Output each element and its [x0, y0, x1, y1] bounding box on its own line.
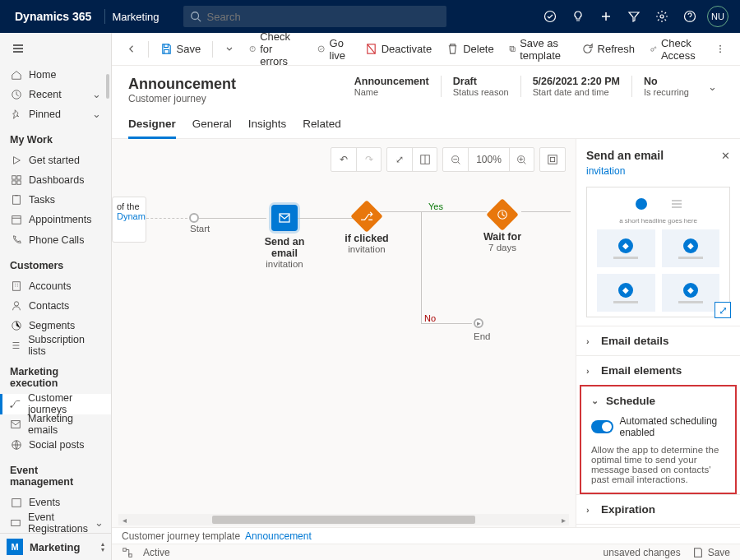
- sidebar-item-dashboards[interactable]: Dashboards: [0, 170, 111, 190]
- sidebar-item-tasks[interactable]: Tasks: [0, 190, 111, 210]
- close-icon[interactable]: ✕: [721, 150, 730, 162]
- svg-rect-19: [12, 520, 21, 525]
- overflow-button[interactable]: [709, 37, 732, 62]
- deactivate-button[interactable]: Deactivate: [358, 37, 438, 62]
- yes-label: Yes: [428, 201, 443, 211]
- tab-insights[interactable]: Insights: [248, 118, 287, 138]
- expand-preview-icon[interactable]: ⤢: [715, 302, 731, 318]
- user-avatar[interactable]: NU: [704, 0, 732, 33]
- global-search[interactable]: [183, 6, 446, 27]
- template-link[interactable]: Announcement: [245, 530, 312, 542]
- zoom-in-button[interactable]: [509, 148, 534, 171]
- unsaved-label: unsaved changes: [604, 547, 681, 558]
- svg-point-28: [719, 51, 721, 53]
- sidebar-item-journeys[interactable]: Customer journeys: [0, 394, 111, 414]
- email-tile[interactable]: Send an emailinvitation: [252, 205, 317, 269]
- wait-tile[interactable]: Wait for7 days: [474, 203, 531, 252]
- back-button[interactable]: [120, 37, 143, 62]
- email-link[interactable]: invitation: [576, 165, 740, 183]
- journey-icon: [10, 398, 21, 410]
- zoom-level[interactable]: 100%: [468, 148, 509, 171]
- svg-rect-11: [12, 216, 21, 224]
- chevron-down-icon: ⌄: [92, 108, 101, 120]
- sidebar-item-segments[interactable]: Segments: [0, 316, 111, 336]
- acc-elements[interactable]: ›Email elements: [576, 355, 740, 385]
- app-name[interactable]: Marketing: [112, 11, 159, 23]
- filter-icon[interactable]: [620, 0, 648, 33]
- sidebar-item-phonecalls[interactable]: Phone Calls: [0, 229, 111, 249]
- globe-icon: [10, 439, 22, 451]
- search-icon: [190, 11, 201, 22]
- assistant-icon[interactable]: [536, 0, 564, 33]
- acc-schedule[interactable]: ⌄Schedule Automated scheduling enabled A…: [580, 385, 737, 494]
- sidebar-item-appointments[interactable]: Appointments: [0, 210, 111, 229]
- svg-rect-12: [12, 281, 20, 290]
- brand[interactable]: Dynamics 365: [8, 10, 98, 23]
- save-button[interactable]: Save: [154, 37, 208, 62]
- sidebar-item-pinned[interactable]: Pinned⌄: [0, 104, 111, 124]
- schedule-toggle[interactable]: [591, 420, 613, 433]
- header-expand[interactable]: ⌄: [701, 76, 724, 93]
- truncated-tile[interactable]: of theDynam: [112, 197, 146, 243]
- help-icon[interactable]: [676, 0, 704, 33]
- sidebar-item-sublists[interactable]: Subscription lists: [0, 336, 111, 356]
- sidebar-item-memails[interactable]: Marketing emails: [0, 414, 111, 435]
- tab-related[interactable]: Related: [303, 118, 341, 138]
- home-icon: [10, 68, 22, 81]
- acc-details[interactable]: ›Email details: [576, 326, 740, 355]
- sidebar-item-home[interactable]: Home: [0, 65, 111, 85]
- svg-rect-24: [511, 48, 515, 52]
- undo-button[interactable]: ↶: [331, 148, 356, 171]
- mail-icon: [10, 419, 21, 431]
- refresh-button[interactable]: Refresh: [575, 37, 642, 62]
- sidebar-item-social[interactable]: Social posts: [0, 435, 111, 455]
- zoom-out-button[interactable]: [443, 148, 468, 171]
- sidebar-item-events[interactable]: Events: [0, 493, 111, 512]
- svg-point-21: [318, 46, 324, 52]
- sidebar-item-accounts[interactable]: Accounts: [0, 276, 111, 296]
- footer-save-button[interactable]: Save: [692, 547, 730, 558]
- check-errors-button[interactable]: Check for errors: [243, 37, 309, 62]
- area-switcher[interactable]: M Marketing ▴▾: [0, 533, 111, 560]
- save-template-button[interactable]: Save as template: [502, 37, 573, 62]
- end-node[interactable]: [474, 318, 483, 328]
- svg-rect-36: [123, 548, 127, 551]
- updown-icon: ▴▾: [101, 541, 104, 553]
- sidebar-item-getstarted[interactable]: Get started: [0, 150, 111, 170]
- svg-rect-6: [12, 176, 15, 179]
- go-live-button[interactable]: Go live: [311, 37, 357, 62]
- tab-designer[interactable]: Designer: [128, 118, 176, 139]
- hamburger-button[interactable]: [0, 33, 111, 65]
- settings-icon[interactable]: [648, 0, 676, 33]
- sidebar-item-contacts[interactable]: Contacts: [0, 296, 111, 316]
- sidebar-item-eventreg[interactable]: Event Registrations⌄: [0, 512, 111, 533]
- search-input[interactable]: [206, 11, 440, 23]
- template-bar: Customer journey template Announcement: [112, 527, 740, 544]
- panel-title: Send an email: [586, 149, 664, 162]
- sidebar-item-recent[interactable]: Recent⌄: [0, 85, 111, 104]
- fit-button[interactable]: [540, 148, 565, 171]
- svg-point-3: [660, 15, 664, 18]
- flow-icon[interactable]: [122, 547, 133, 558]
- svg-point-27: [719, 49, 721, 50]
- expand-button[interactable]: ⤢: [387, 148, 412, 171]
- acc-expiration[interactable]: ›Expiration: [576, 494, 740, 524]
- lightbulb-icon[interactable]: [564, 0, 592, 33]
- pin-icon: [10, 108, 22, 120]
- tab-general[interactable]: General: [192, 118, 232, 138]
- chevron-down-icon: ⌄: [92, 88, 101, 100]
- redo-button[interactable]: ↷: [356, 148, 381, 171]
- content-area: Save Check for errors Go live Deactivate…: [112, 33, 740, 560]
- check-access-button[interactable]: Check Access: [643, 37, 707, 62]
- minimap-button[interactable]: [412, 148, 437, 171]
- designer-canvas[interactable]: ↶↷ ⤢ 100% of theDynam Start Send an emai…: [112, 139, 740, 560]
- delete-button[interactable]: Delete: [440, 37, 501, 62]
- plus-icon[interactable]: [592, 0, 620, 33]
- horizontal-scrollbar[interactable]: ◂▸: [118, 514, 569, 525]
- tabs: Designer General Insights Related: [112, 104, 740, 139]
- svg-rect-16: [12, 421, 21, 428]
- svg-line-1: [198, 19, 201, 22]
- condition-tile[interactable]: ⎇ if clickedinvitation: [342, 205, 391, 254]
- save-dropdown[interactable]: [218, 37, 241, 62]
- start-node[interactable]: [189, 213, 199, 223]
